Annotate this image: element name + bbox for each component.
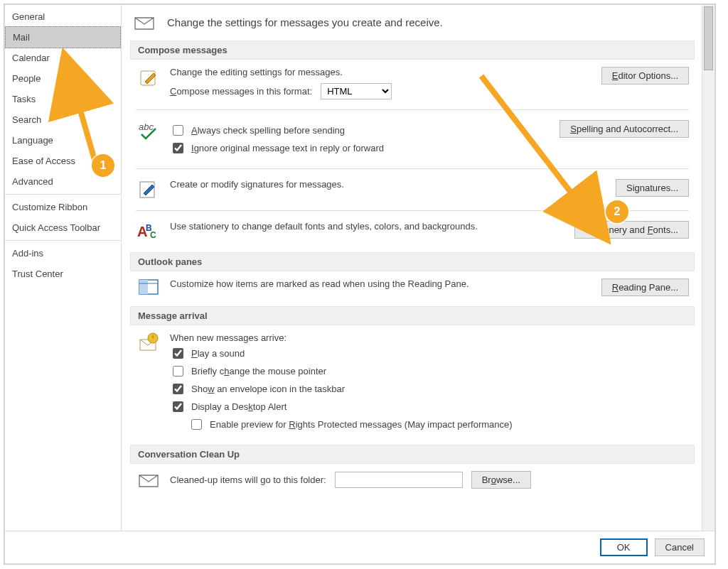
sidebar-item-label: Mail bbox=[13, 32, 30, 43]
checkbox-label: Show an envelope icon in the taskbar bbox=[191, 384, 345, 394]
ignore-original-checkbox[interactable]: Ignore original message text in reply or… bbox=[170, 141, 551, 156]
signatures-desc: Create or modify signatures for messages… bbox=[170, 179, 607, 190]
reading-pane-icon bbox=[136, 278, 161, 296]
sidebar-item-label: Quick Access Toolbar bbox=[12, 222, 100, 233]
ignore-original-input[interactable] bbox=[173, 143, 183, 153]
play-sound-checkbox[interactable]: Play a sound bbox=[170, 346, 689, 361]
annotation-badge-2: 2 bbox=[606, 200, 628, 223]
section-cleanup-header: Conversation Clean Up bbox=[130, 445, 695, 464]
page-title: Change the settings for messages you cre… bbox=[167, 16, 443, 28]
annotation-badge-1: 1 bbox=[92, 154, 114, 177]
svg-rect-7 bbox=[139, 280, 148, 294]
format-label: Compose messages in this format: bbox=[170, 86, 312, 97]
sidebar-item-label: Trust Center bbox=[12, 269, 63, 279]
sidebar-item-label: Search bbox=[12, 114, 41, 125]
edit-icon bbox=[136, 67, 161, 88]
sidebar-item-tasks[interactable]: Tasks bbox=[5, 89, 121, 109]
cancel-button[interactable]: Cancel bbox=[655, 538, 705, 556]
taskbar-icon-input[interactable] bbox=[173, 384, 183, 394]
section-arrival: When new messages arrive: Play a sound B… bbox=[130, 325, 695, 445]
sidebar-item-label: General bbox=[12, 11, 45, 22]
checkbox-label: Briefly change the mouse pointer bbox=[191, 366, 326, 376]
stationery-desc: Use stationery to change default fonts a… bbox=[170, 221, 566, 232]
rights-preview-input[interactable] bbox=[191, 419, 202, 430]
ok-button[interactable]: OK bbox=[600, 538, 648, 556]
section-cleanup: Cleaned-up items will go to this folder:… bbox=[130, 464, 695, 489]
sidebar-item-label: Language bbox=[12, 135, 53, 146]
sidebar-item-people[interactable]: People bbox=[5, 68, 121, 89]
play-sound-input[interactable] bbox=[173, 348, 183, 359]
category-sidebar: General Mail Calendar People Tasks Searc… bbox=[5, 5, 122, 531]
scrollbar-thumb[interactable] bbox=[704, 6, 713, 70]
checkbox-label: Display a Desktop Alert bbox=[191, 401, 287, 412]
separator bbox=[5, 194, 121, 195]
section-panes: Customize how items are marked as read w… bbox=[130, 271, 695, 306]
svg-text:C: C bbox=[150, 230, 156, 240]
dialog-footer: OK Cancel bbox=[5, 531, 714, 563]
sidebar-item-label: Tasks bbox=[12, 94, 36, 104]
vertical-scrollbar[interactable] bbox=[702, 5, 714, 531]
always-spellcheck-checkbox[interactable]: Always check spelling before sending bbox=[170, 123, 551, 138]
sidebar-item-label: Customize Ribbon bbox=[12, 202, 87, 212]
spellcheck-icon: abc bbox=[136, 120, 161, 141]
section-compose-header: Compose messages bbox=[130, 40, 695, 60]
envelope-icon bbox=[132, 13, 157, 31]
cleanup-desc: Cleaned-up items will go to this folder: bbox=[170, 475, 326, 485]
sidebar-item-language[interactable]: Language bbox=[5, 130, 121, 151]
sidebar-item-trust-center[interactable]: Trust Center bbox=[5, 264, 121, 284]
spelling-autocorrect-button[interactable]: Spelling and Autocorrect... bbox=[560, 120, 689, 138]
section-arrival-header: Message arrival bbox=[130, 306, 695, 325]
sidebar-item-mail[interactable]: Mail bbox=[5, 26, 121, 48]
change-cursor-input[interactable] bbox=[173, 366, 183, 376]
desktop-alert-checkbox[interactable]: Display a Desktop Alert bbox=[170, 399, 689, 414]
checkbox-label: Always check spelling before sending bbox=[191, 125, 345, 136]
section-compose: Change the editing settings for messages… bbox=[130, 60, 695, 252]
sidebar-item-label: Add-ins bbox=[12, 248, 43, 259]
cleanup-folder-input[interactable] bbox=[335, 472, 463, 488]
sidebar-item-qat[interactable]: Quick Access Toolbar bbox=[5, 217, 121, 238]
sidebar-item-label: Advanced bbox=[12, 176, 53, 187]
desktop-alert-input[interactable] bbox=[173, 401, 183, 412]
change-cursor-checkbox[interactable]: Briefly change the mouse pointer bbox=[170, 364, 689, 379]
sidebar-item-search[interactable]: Search bbox=[5, 109, 121, 130]
sidebar-item-label: Calendar bbox=[12, 53, 50, 63]
section-panes-header: Outlook panes bbox=[130, 252, 695, 271]
sidebar-item-calendar[interactable]: Calendar bbox=[5, 48, 121, 68]
svg-text:abc: abc bbox=[139, 121, 154, 132]
signature-icon bbox=[136, 179, 161, 200]
checkbox-label: Enable preview for Rights Protected mess… bbox=[210, 419, 513, 430]
editor-options-button[interactable]: Editor Options... bbox=[601, 67, 689, 85]
arrival-intro: When new messages arrive: bbox=[170, 332, 689, 343]
separator bbox=[5, 240, 121, 241]
envelope-icon bbox=[136, 472, 161, 488]
compose-format-select[interactable]: HTML bbox=[321, 83, 392, 99]
settings-panel: Change the settings for messages you cre… bbox=[122, 5, 702, 531]
browse-button[interactable]: Browse... bbox=[471, 471, 531, 489]
options-dialog: General Mail Calendar People Tasks Searc… bbox=[4, 4, 715, 564]
rights-preview-checkbox[interactable]: Enable preview for Rights Protected mess… bbox=[188, 417, 689, 432]
sidebar-item-addins[interactable]: Add-ins bbox=[5, 243, 121, 264]
always-spellcheck-input[interactable] bbox=[173, 125, 183, 136]
stationery-icon: ABC bbox=[136, 221, 161, 242]
checkbox-label: Play a sound bbox=[191, 348, 245, 359]
stationery-fonts-button[interactable]: Stationery and Fonts... bbox=[574, 221, 689, 239]
sidebar-item-label: Ease of Access bbox=[12, 156, 75, 166]
sidebar-item-customize-ribbon[interactable]: Customize Ribbon bbox=[5, 197, 121, 217]
signatures-button[interactable]: Signatures... bbox=[616, 179, 689, 197]
reading-pane-button[interactable]: Reading Pane... bbox=[601, 278, 689, 296]
sidebar-item-general[interactable]: General bbox=[5, 6, 121, 27]
taskbar-icon-checkbox[interactable]: Show an envelope icon in the taskbar bbox=[170, 381, 689, 396]
new-mail-icon bbox=[136, 332, 161, 354]
sidebar-item-label: People bbox=[12, 73, 41, 84]
editing-desc: Change the editing settings for messages… bbox=[170, 67, 593, 77]
checkbox-label: Ignore original message text in reply or… bbox=[191, 143, 384, 153]
panes-desc: Customize how items are marked as read w… bbox=[170, 278, 593, 289]
